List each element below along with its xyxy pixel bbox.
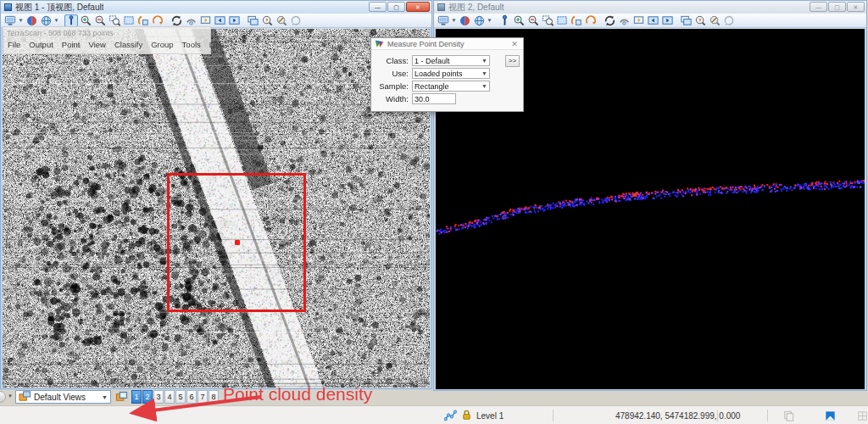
- rotate-cube-icon[interactable]: [136, 14, 150, 27]
- clip-volume-icon[interactable]: [693, 14, 707, 27]
- history-icon[interactable]: [289, 14, 303, 27]
- zoom-in-icon[interactable]: [512, 14, 526, 27]
- measure-center-marker: [235, 240, 240, 245]
- zoom-out-icon[interactable]: [526, 14, 540, 27]
- view-groups-history-button[interactable]: [0, 391, 6, 403]
- dialog-close-icon[interactable]: ✕: [509, 40, 520, 48]
- terrascan-menubar: FileOutputPointViewClassifyGroupToolsLin…: [3, 38, 210, 51]
- menu-item-classify[interactable]: Classify: [114, 40, 142, 49]
- view-flash-icon[interactable]: [632, 14, 645, 27]
- coordinates-readout: 478942.140, 5474182.999, 0.000: [615, 406, 740, 424]
- view-next-icon[interactable]: [660, 14, 674, 27]
- selection-set-icon[interactable]: [782, 406, 795, 424]
- dialog-combo-class[interactable]: 1 - Default▼: [412, 55, 490, 66]
- view-group-select[interactable]: Default Views ▼: [15, 390, 111, 404]
- lock-icon: [460, 409, 473, 423]
- rotate-cube-icon[interactable]: [570, 14, 583, 27]
- dialog-titlebar[interactable]: Measure Point Density ✕: [371, 38, 523, 50]
- view-attributes-icon[interactable]: [437, 14, 450, 27]
- zoom-out-icon[interactable]: [93, 14, 107, 27]
- pan-arc-icon[interactable]: [617, 14, 631, 27]
- chevron-down-icon[interactable]: ▼: [451, 18, 457, 23]
- view-attributes-icon[interactable]: [3, 14, 17, 27]
- dialog-combo-use[interactable]: Loaded points▼: [412, 68, 490, 79]
- view-flash-icon[interactable]: [198, 14, 212, 27]
- menu-item-point[interactable]: Point: [62, 40, 81, 49]
- dialog-field-label: Width:: [373, 94, 412, 103]
- view2-toolbar: ▼▼: [434, 14, 866, 28]
- dialog-input-width[interactable]: [412, 93, 456, 104]
- chevron-down-icon: ▼: [481, 58, 487, 64]
- menu-item-output[interactable]: Output: [29, 40, 53, 49]
- active-file-flag-icon[interactable]: [824, 406, 837, 424]
- dialog-combo-sample[interactable]: Rectangle▼: [412, 81, 490, 92]
- clip-mask-icon[interactable]: [708, 14, 721, 27]
- view-group-folder-icon: [19, 390, 31, 404]
- display-style-icon[interactable]: [472, 14, 486, 27]
- zoom-window-icon[interactable]: [108, 14, 121, 27]
- chevron-down-icon[interactable]: ▼: [8, 393, 13, 399]
- restore-button[interactable]: ▢: [828, 2, 846, 12]
- display-style-icon[interactable]: [39, 14, 53, 27]
- menu-item-group[interactable]: Group: [151, 40, 173, 49]
- chevron-down-icon[interactable]: ▼: [487, 18, 492, 23]
- status-menu-icon[interactable]: [856, 406, 868, 424]
- history-icon[interactable]: [722, 14, 736, 27]
- snap-polyline-icon: [444, 409, 457, 423]
- annotation-arrow: [117, 388, 303, 424]
- window-icon: [4, 3, 12, 11]
- statusbar-divider: [767, 410, 768, 421]
- chevron-down-icon[interactable]: ▼: [18, 18, 24, 23]
- chevron-down-icon[interactable]: ▼: [53, 18, 59, 23]
- restore-button[interactable]: ▢: [387, 2, 405, 12]
- select-area-icon[interactable]: [122, 14, 136, 27]
- close-button[interactable]: ✕: [406, 2, 430, 12]
- view1-titlebar[interactable]: 视图 1 - 顶视图, Default — ▢ ✕: [1, 1, 431, 14]
- terrascan-panel: TerraScan - 508 068 733 points FileOutpu…: [3, 26, 211, 54]
- view-prev-icon[interactable]: [646, 14, 659, 27]
- measure-point-density-dialog: Measure Point Density ✕ >> Class:1 - Def…: [370, 37, 524, 112]
- measure-pin-icon[interactable]: [498, 14, 511, 27]
- measure-pin-icon[interactable]: [64, 14, 78, 27]
- window-icon: [437, 3, 445, 11]
- view-next-icon[interactable]: [227, 14, 241, 27]
- statusbar-divider: [717, 410, 718, 421]
- chevron-down-icon: ▼: [102, 394, 108, 400]
- menu-item-file[interactable]: File: [8, 40, 20, 49]
- spin-view-icon[interactable]: [603, 14, 616, 27]
- dialog-field-label: Use:: [373, 69, 412, 78]
- close-button[interactable]: ✕: [847, 2, 865, 12]
- adjust-colors-icon[interactable]: [25, 14, 38, 27]
- dialog-field-label: Class:: [373, 56, 412, 65]
- menu-item-line[interactable]: Line: [209, 40, 225, 49]
- view2-title: 视图 2, Default: [448, 2, 504, 14]
- statusbar-divider: [553, 410, 554, 421]
- copy-view-icon[interactable]: [246, 14, 259, 27]
- view-group-value: Default Views: [34, 393, 86, 402]
- menu-item-view[interactable]: View: [89, 40, 106, 49]
- pan-arc-icon[interactable]: [184, 14, 198, 27]
- rotate-arc-icon[interactable]: [151, 14, 164, 27]
- adjust-colors-icon[interactable]: [458, 14, 471, 27]
- spin-view-icon[interactable]: [170, 14, 183, 27]
- zoom-window-icon[interactable]: [541, 14, 554, 27]
- menu-item-tools[interactable]: Tools: [182, 40, 201, 49]
- dialog-title: Measure Point Density: [387, 40, 506, 48]
- view-prev-icon[interactable]: [213, 14, 226, 27]
- snap-mode-group[interactable]: Level 1: [444, 406, 504, 424]
- copy-view-icon[interactable]: [679, 14, 693, 27]
- coordinates-text: 478942.140, 5474182.999, 0.000: [615, 411, 740, 421]
- select-area-icon[interactable]: [555, 14, 569, 27]
- chevron-down-icon: ▼: [481, 70, 487, 76]
- zoom-in-icon[interactable]: [79, 14, 92, 27]
- clip-volume-icon[interactable]: [260, 14, 274, 27]
- minimize-button[interactable]: —: [369, 2, 387, 12]
- terrascan-title: TerraScan - 508 068 733 points: [3, 27, 210, 38]
- view2-titlebar[interactable]: 视图 2, Default — ▢ ✕: [434, 1, 866, 14]
- minimize-button[interactable]: —: [810, 2, 827, 12]
- rotate-arc-icon[interactable]: [584, 14, 598, 27]
- clip-mask-icon[interactable]: [275, 14, 288, 27]
- dialog-expand-button[interactable]: >>: [505, 55, 520, 67]
- dialog-fields: >> Class:1 - Default▼Use:Loaded points▼S…: [371, 50, 523, 111]
- terrascan-logo-icon: [375, 36, 384, 52]
